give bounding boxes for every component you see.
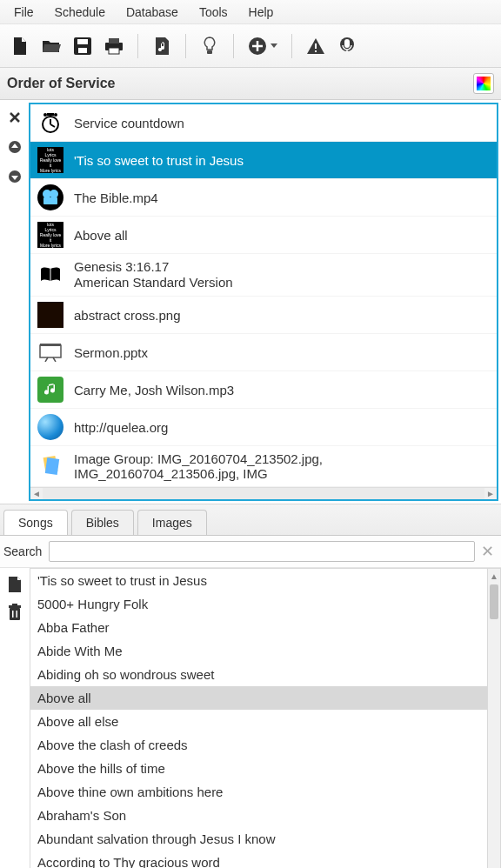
scroll-left-icon[interactable]: ◄ bbox=[30, 488, 43, 499]
move-down-button[interactable] bbox=[7, 169, 23, 184]
song-list[interactable]: 'Tis so sweet to trust in Jesus5000+ Hun… bbox=[30, 568, 487, 868]
toolbar-separator bbox=[233, 34, 234, 58]
schedule-item[interactable]: Carry Me, Josh Wilson.mp3 bbox=[30, 371, 497, 409]
lightbulb-icon bbox=[204, 37, 216, 56]
song-row[interactable]: Above the clash of creeds bbox=[30, 733, 487, 757]
svg-rect-11 bbox=[344, 39, 350, 48]
schedule-side-tools bbox=[1, 101, 29, 503]
idea-button[interactable] bbox=[197, 33, 223, 59]
search-input[interactable] bbox=[49, 541, 475, 562]
songs-panel: 'Tis so sweet to trust in Jesus5000+ Hun… bbox=[0, 568, 501, 868]
music-note-button[interactable] bbox=[149, 33, 175, 59]
svg-rect-22 bbox=[40, 344, 61, 346]
menu-bar: File Schedule Database Tools Help bbox=[0, 0, 501, 24]
schedule-item-title: Service countdown bbox=[74, 116, 184, 130]
new-file-icon bbox=[11, 37, 29, 56]
song-row[interactable]: Above all else bbox=[30, 710, 487, 733]
new-song-button[interactable] bbox=[7, 577, 23, 592]
schedule-item[interactable]: abstract cross.png bbox=[30, 297, 497, 334]
song-row[interactable]: Above all bbox=[30, 686, 487, 710]
svg-point-19 bbox=[50, 190, 58, 198]
song-row[interactable]: 'Tis so sweet to trust in Jesus bbox=[30, 569, 487, 592]
print-icon bbox=[104, 37, 124, 55]
song-row[interactable]: Abiding oh so wondrous sweet bbox=[30, 663, 487, 686]
svg-rect-20 bbox=[43, 197, 57, 204]
chevron-down-icon bbox=[271, 43, 277, 48]
schedule-list[interactable]: Service countdownLots and lotsLyricsReal… bbox=[29, 103, 498, 501]
bible-icon bbox=[37, 262, 63, 288]
video-icon bbox=[37, 184, 63, 210]
save-schedule-button[interactable] bbox=[70, 33, 96, 59]
open-folder-icon bbox=[42, 38, 61, 54]
schedule-item[interactable]: http://quelea.org bbox=[30, 409, 497, 446]
schedule-item[interactable]: Genesis 3:16.17American Standard Version bbox=[30, 254, 497, 297]
library-tabs: Songs Bibles Images bbox=[0, 504, 501, 536]
search-label: Search bbox=[2, 544, 45, 558]
add-icon bbox=[248, 37, 267, 56]
schedule-item[interactable]: Image Group: IMG_20160704_213502.jpg, IM… bbox=[30, 446, 497, 487]
search-bar: Search ✕ bbox=[0, 536, 501, 568]
song-row[interactable]: According to Thy gracious word bbox=[30, 851, 487, 868]
trash-icon bbox=[8, 604, 22, 621]
globe-icon bbox=[37, 414, 63, 440]
schedule-item[interactable]: Service countdown bbox=[30, 104, 497, 142]
warning-button[interactable] bbox=[303, 33, 329, 59]
song-row[interactable]: Above the hills of time bbox=[30, 757, 487, 780]
lyrics-icon: Lots and lotsLyricsReally love itMore ly… bbox=[37, 222, 63, 248]
tab-images[interactable]: Images bbox=[137, 510, 207, 535]
song-row[interactable]: Above thine own ambitions here bbox=[30, 780, 487, 804]
remove-item-button[interactable] bbox=[7, 110, 23, 125]
music-note-icon bbox=[154, 37, 170, 56]
audio-icon bbox=[37, 377, 63, 403]
song-row[interactable]: 5000+ Hungry Folk bbox=[30, 592, 487, 616]
scroll-up-icon[interactable]: ▲ bbox=[488, 569, 500, 583]
svg-rect-2 bbox=[78, 48, 87, 53]
delete-song-button[interactable] bbox=[7, 604, 23, 620]
scroll-right-icon[interactable]: ► bbox=[484, 488, 497, 499]
menu-help[interactable]: Help bbox=[238, 2, 284, 23]
schedule-item[interactable]: Lots and lotsLyricsReally love itMore ly… bbox=[30, 217, 497, 254]
menu-file[interactable]: File bbox=[3, 2, 44, 23]
presentation-icon bbox=[37, 339, 63, 365]
main-toolbar bbox=[0, 24, 501, 68]
print-schedule-button[interactable] bbox=[101, 33, 127, 59]
menu-schedule[interactable]: Schedule bbox=[44, 2, 116, 23]
close-icon bbox=[9, 111, 21, 124]
vertical-scrollbar[interactable]: ▲ ▼ bbox=[487, 568, 501, 868]
schedule-item[interactable]: The Bible.mp4 bbox=[30, 179, 497, 217]
schedule-item-title: 'Tis so sweet to trust in Jesus bbox=[74, 153, 244, 168]
svg-rect-27 bbox=[12, 604, 17, 606]
svg-rect-24 bbox=[45, 457, 59, 475]
scroll-track[interactable] bbox=[43, 488, 484, 499]
clear-search-button[interactable]: ✕ bbox=[478, 542, 496, 561]
theme-picker-button[interactable] bbox=[473, 73, 494, 94]
song-row[interactable]: Abide With Me bbox=[30, 639, 487, 663]
svg-rect-6 bbox=[207, 50, 212, 54]
horizontal-scrollbar[interactable]: ◄ ► bbox=[30, 487, 497, 499]
toolbar-separator bbox=[137, 34, 138, 58]
scroll-thumb[interactable] bbox=[490, 584, 498, 619]
save-icon bbox=[74, 37, 91, 55]
add-button[interactable] bbox=[244, 33, 281, 59]
schedule-item-title: Above all bbox=[74, 228, 128, 243]
schedule-item-title: http://quelea.org bbox=[74, 420, 168, 435]
menu-tools[interactable]: Tools bbox=[189, 2, 238, 23]
open-schedule-button[interactable] bbox=[38, 33, 64, 59]
svg-rect-8 bbox=[315, 43, 317, 49]
toolbar-separator bbox=[291, 34, 292, 58]
microphone-button[interactable] bbox=[334, 33, 360, 59]
svg-rect-4 bbox=[109, 38, 119, 43]
tab-songs[interactable]: Songs bbox=[3, 510, 68, 535]
svg-rect-5 bbox=[109, 48, 119, 54]
new-schedule-button[interactable] bbox=[7, 33, 33, 59]
menu-database[interactable]: Database bbox=[116, 2, 189, 23]
song-row[interactable]: Abundant salvation through Jesus I know bbox=[30, 827, 487, 851]
move-up-button[interactable] bbox=[7, 139, 23, 155]
tab-bibles[interactable]: Bibles bbox=[71, 510, 134, 535]
schedule-item[interactable]: Lots and lotsLyricsReally love itMore ly… bbox=[30, 142, 497, 179]
song-row[interactable]: Abraham's Son bbox=[30, 804, 487, 827]
svg-point-16 bbox=[43, 113, 47, 117]
schedule-item-text: Genesis 3:16.17American Standard Version bbox=[74, 259, 233, 290]
song-row[interactable]: Abba Father bbox=[30, 616, 487, 639]
schedule-item[interactable]: Sermon.pptx bbox=[30, 334, 497, 371]
